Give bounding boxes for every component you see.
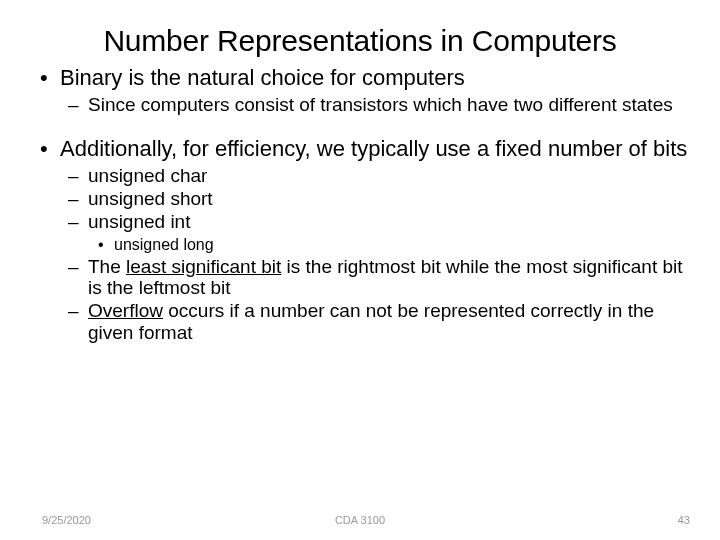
- bullet-text-pre: The: [88, 256, 126, 277]
- bullet-text: unsigned short: [88, 188, 213, 209]
- bullet-text-underlined: least significant bit: [126, 256, 281, 277]
- bullet-uchar: unsigned char: [60, 165, 692, 186]
- bullet-list-l1: Binary is the natural choice for compute…: [34, 66, 692, 343]
- footer-page-number: 43: [678, 514, 690, 526]
- bullet-lsb: The least significant bit is the rightmo…: [60, 256, 692, 299]
- bullet-text-post: occurs if a number can not be represente…: [88, 300, 654, 342]
- slide: Number Representations in Computers Bina…: [0, 0, 720, 540]
- bullet-text: Binary is the natural choice for compute…: [60, 65, 465, 90]
- bullet-text: unsigned long: [114, 236, 214, 253]
- bullet-list-l2: Since computers consist of transistors w…: [60, 94, 692, 115]
- bullet-ushort: unsigned short: [60, 188, 692, 209]
- slide-body: Binary is the natural choice for compute…: [34, 66, 692, 343]
- bullet-list-l2: unsigned char unsigned short unsigned in…: [60, 165, 692, 343]
- bullet-fixed-bits: Additionally, for efficiency, we typical…: [34, 137, 692, 343]
- bullet-text: Since computers consist of transistors w…: [88, 94, 673, 115]
- footer-center: CDA 3100: [0, 514, 720, 526]
- bullet-text: Additionally, for efficiency, we typical…: [60, 136, 687, 161]
- slide-title: Number Representations in Computers: [0, 24, 720, 58]
- bullet-text: unsigned int: [88, 211, 190, 232]
- bullet-text-underlined: Overflow: [88, 300, 163, 321]
- bullet-overflow: Overflow occurs if a number can not be r…: [60, 300, 692, 343]
- bullet-text: unsigned char: [88, 165, 207, 186]
- bullet-transistors: Since computers consist of transistors w…: [60, 94, 692, 115]
- bullet-binary: Binary is the natural choice for compute…: [34, 66, 692, 115]
- bullet-list-l3: unsigned long: [88, 236, 692, 254]
- bullet-ulong: unsigned long: [88, 236, 692, 254]
- bullet-uint: unsigned int unsigned long: [60, 211, 692, 254]
